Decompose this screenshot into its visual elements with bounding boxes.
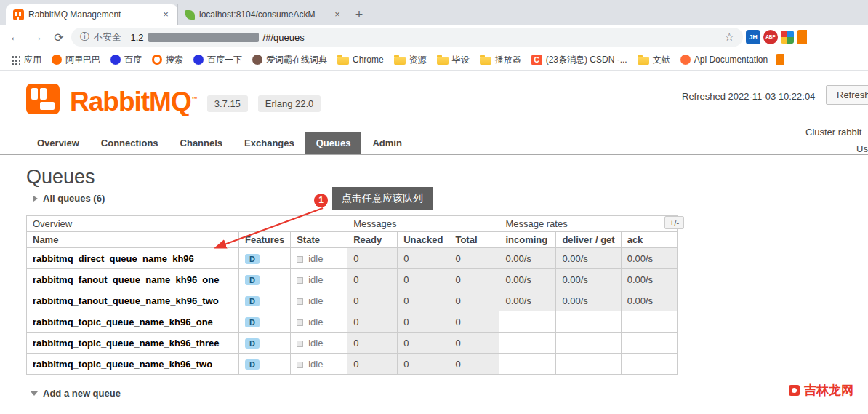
reload-icon[interactable]: ⟳ bbox=[49, 31, 68, 44]
queue-name-cell[interactable]: rabbitmq_fanout_queue_name_kh96_one bbox=[27, 269, 239, 290]
bookmark-star-icon[interactable]: ☆ bbox=[725, 31, 734, 44]
col-incoming[interactable]: incoming bbox=[499, 232, 556, 248]
redacted-url-blob bbox=[148, 33, 259, 42]
address-bar[interactable]: ⓘ 不安全 1.2 /#/queues ☆ bbox=[71, 28, 743, 47]
url-text-prefix: 1.2 bbox=[131, 32, 144, 43]
extension-abp-icon[interactable]: ABP bbox=[763, 30, 778, 44]
bookmark-label: Chrome bbox=[353, 55, 384, 65]
queue-name-cell[interactable]: rabbitmq_fanout_queue_name_kh96_two bbox=[27, 290, 239, 311]
col-state[interactable]: State bbox=[291, 232, 347, 248]
baidu-icon bbox=[193, 55, 204, 65]
ack-rate-cell bbox=[621, 354, 677, 375]
col-total[interactable]: Total bbox=[449, 232, 499, 248]
deliver-rate-cell: 0.00/s bbox=[556, 269, 621, 290]
col-deliver-get[interactable]: deliver / get bbox=[556, 232, 621, 248]
add-queue-toggle[interactable]: Add a new queue bbox=[31, 388, 868, 399]
all-queues-toggle[interactable]: All queues (6) bbox=[33, 193, 868, 204]
column-adjust-button[interactable]: +/- bbox=[664, 216, 684, 229]
bookmark-api-doc[interactable]: Api Documentation bbox=[675, 52, 773, 67]
tab-connections[interactable]: Connections bbox=[90, 132, 169, 154]
queue-row[interactable]: rabbitmq_fanout_queue_name_kh96_one D id… bbox=[27, 269, 678, 290]
bookmark-bofangqi-folder[interactable]: 播放器 bbox=[475, 52, 526, 68]
bookmark-chrome-folder[interactable]: Chrome bbox=[332, 52, 389, 67]
tab-queues[interactable]: Queues bbox=[305, 132, 362, 154]
browser-tab-strip: RabbitMQ Management × localhost:8104/con… bbox=[0, 0, 868, 25]
ack-rate-cell: 0.00/s bbox=[621, 248, 677, 269]
brand-text: RabbitMQ bbox=[70, 87, 191, 116]
queue-name-cell[interactable]: rabbitmq_direct_queue_name_kh96 bbox=[27, 248, 239, 269]
unacked-cell: 0 bbox=[398, 269, 449, 290]
tab-close-icon[interactable]: × bbox=[331, 9, 343, 20]
new-tab-button[interactable]: + bbox=[349, 4, 369, 25]
extension-grid-icon[interactable] bbox=[781, 31, 794, 44]
state-indicator-icon bbox=[297, 256, 303, 263]
incoming-rate-cell bbox=[499, 311, 556, 333]
back-icon[interactable]: ← bbox=[6, 31, 25, 44]
tab-localhost[interactable]: localhost:8104/consumeAckM × bbox=[177, 4, 349, 25]
bookmark-bishe-folder[interactable]: 毕设 bbox=[432, 52, 475, 68]
tab-rabbitmq-management[interactable]: RabbitMQ Management × bbox=[6, 4, 177, 25]
forward-icon[interactable]: → bbox=[28, 31, 47, 44]
queue-features-cell: D bbox=[239, 333, 291, 354]
state-indicator-icon bbox=[297, 341, 303, 347]
col-unacked[interactable]: Unacked bbox=[398, 232, 449, 248]
bookmark-apps[interactable]: 应用 bbox=[6, 52, 47, 68]
tab-channels[interactable]: Channels bbox=[169, 132, 234, 154]
queue-row[interactable]: rabbitmq_topic_queue_name_kh96_three D i… bbox=[27, 333, 678, 354]
erlang-badge: Erlang 22.0 bbox=[258, 95, 321, 112]
tab-title: RabbitMQ Management bbox=[28, 9, 156, 20]
tab-title: localhost:8104/consumeAckM bbox=[199, 9, 327, 20]
incoming-rate-cell bbox=[499, 333, 556, 354]
folder-icon bbox=[638, 57, 649, 65]
queue-name-cell[interactable]: rabbitmq_topic_queue_name_kh96_three bbox=[27, 333, 239, 354]
incoming-rate-cell bbox=[499, 354, 556, 375]
total-cell: 0 bbox=[449, 269, 499, 290]
bookmark-sousuo[interactable]: 搜索 bbox=[147, 52, 188, 68]
tab-admin[interactable]: Admin bbox=[361, 132, 412, 154]
bookmark-ziyuan-folder[interactable]: 资源 bbox=[389, 52, 432, 68]
queue-features-cell: D bbox=[239, 354, 291, 375]
queue-state-cell: idle bbox=[291, 354, 347, 375]
brand-title: RabbitMQ™ bbox=[70, 89, 197, 114]
cluster-name: Cluster rabbit bbox=[805, 127, 861, 138]
bookmark-baidu-yixia[interactable]: 百度一下 bbox=[188, 52, 247, 68]
col-ready[interactable]: Ready bbox=[347, 232, 398, 248]
queue-features-cell: D bbox=[239, 248, 291, 269]
tab-exchanges[interactable]: Exchanges bbox=[233, 132, 305, 154]
bookmark-label: 百度一下 bbox=[207, 54, 242, 66]
queue-name-cell[interactable]: rabbitmq_topic_queue_name_kh96_two bbox=[27, 354, 239, 375]
bookmark-label: 播放器 bbox=[495, 54, 521, 66]
queue-row[interactable]: rabbitmq_topic_queue_name_kh96_one D idl… bbox=[27, 311, 678, 333]
rabbitmq-logo-icon bbox=[26, 84, 60, 114]
bookmark-alibaba[interactable]: 阿里巴巴 bbox=[47, 52, 105, 68]
watermark: 吉林龙网 bbox=[789, 382, 853, 399]
extension-overflow-icon[interactable] bbox=[797, 30, 807, 44]
tab-close-icon[interactable]: × bbox=[160, 9, 172, 20]
bookmark-baidu[interactable]: 百度 bbox=[105, 52, 147, 68]
state-indicator-icon bbox=[297, 319, 303, 326]
info-icon[interactable]: ⓘ bbox=[80, 31, 89, 44]
queue-state-cell: idle bbox=[291, 311, 347, 333]
bookmark-iciba[interactable]: 爱词霸在线词典 bbox=[247, 52, 332, 68]
bookmark-csdn[interactable]: (23条消息) CSDN -... bbox=[526, 52, 632, 68]
col-name[interactable]: Name bbox=[27, 232, 239, 248]
ack-rate-cell: 0.00/s bbox=[621, 269, 677, 290]
col-features[interactable]: Features bbox=[239, 232, 291, 248]
ready-cell: 0 bbox=[347, 311, 398, 333]
queue-name-cell[interactable]: rabbitmq_topic_queue_name_kh96_one bbox=[27, 311, 239, 333]
col-ack[interactable]: ack bbox=[621, 232, 677, 248]
bookmark-label: 资源 bbox=[409, 54, 427, 66]
queue-row[interactable]: rabbitmq_fanout_queue_name_kh96_two D id… bbox=[27, 290, 678, 311]
tab-overview[interactable]: Overview bbox=[26, 132, 90, 154]
baidu-icon bbox=[110, 55, 121, 65]
bookmark-wenxian-folder[interactable]: 文献 bbox=[632, 52, 675, 68]
collapse-arrow-icon bbox=[33, 196, 38, 202]
queue-row[interactable]: rabbitmq_direct_queue_name_kh96 D idle 0… bbox=[27, 248, 678, 269]
deliver-rate-cell bbox=[556, 311, 621, 333]
queue-row[interactable]: rabbitmq_topic_queue_name_kh96_two D idl… bbox=[27, 354, 678, 375]
group-message-rates: Message rates bbox=[499, 216, 677, 232]
overflow-bookmark-icon[interactable] bbox=[776, 54, 784, 65]
rabbitmq-favicon-icon bbox=[13, 9, 24, 20]
extension-jh-icon[interactable]: JH bbox=[746, 30, 760, 44]
refresh-button[interactable]: Refresh e bbox=[826, 85, 868, 105]
